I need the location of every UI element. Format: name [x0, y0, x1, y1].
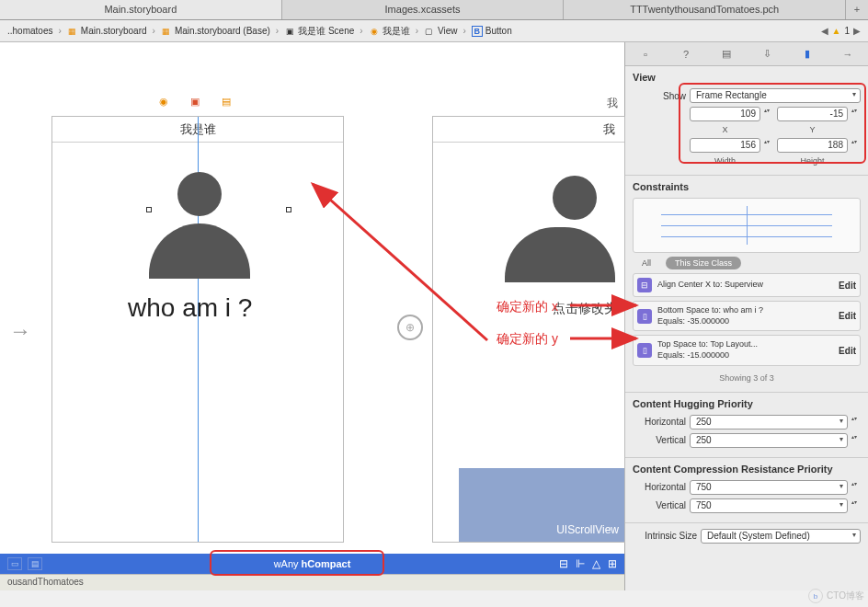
- first-responder-icon[interactable]: ▣: [190, 96, 205, 110]
- tab-xcassets[interactable]: Images.xcassets: [282, 0, 565, 19]
- outline-toggle-icon[interactable]: ▭: [7, 557, 22, 570]
- scene2-title: 我: [433, 117, 624, 143]
- height-field[interactable]: 188: [777, 138, 848, 153]
- watermark: b CTO博客: [808, 589, 864, 603]
- controller-icon[interactable]: ◉: [159, 96, 174, 110]
- inspector-tabs: ▫ ? ▤ ⇩ ▮ →: [625, 42, 868, 66]
- constraint-top-space[interactable]: ▯ Top Space to: Top Layout...Equals: -15…: [633, 335, 861, 365]
- annotation-y: 确定新的 y: [497, 331, 558, 348]
- intrinsic-label: Intrinsic Size: [633, 531, 697, 541]
- layout-toggle-icon[interactable]: ▤: [28, 557, 42, 570]
- edit-button[interactable]: Edit: [839, 311, 856, 321]
- height-stepper[interactable]: ▴▾: [851, 138, 861, 153]
- show-label: Show: [633, 91, 686, 101]
- width-stepper[interactable]: ▴▾: [764, 138, 773, 153]
- canvas: ◉ ▣ ▤ 我是谁 who am i ? 我 我 点击修改头: [0, 42, 625, 590]
- hug-h-stepper[interactable]: ▴▾: [851, 415, 861, 429]
- controller-icon: ◉: [369, 26, 380, 37]
- scene-icon: ▣: [284, 26, 295, 37]
- comp-v-stepper[interactable]: ▴▾: [851, 498, 861, 513]
- comp-horizontal[interactable]: 750: [690, 480, 848, 495]
- attributes-inspector-icon[interactable]: ⇩: [760, 47, 774, 62]
- segue-icon[interactable]: ⊕: [397, 315, 423, 340]
- avatar-image-2: [486, 176, 615, 282]
- canvas-back-icon[interactable]: →: [9, 318, 31, 344]
- compression-heading: Content Compression Resistance Priority: [633, 464, 861, 475]
- horiz-label: Horizontal: [633, 417, 686, 427]
- pin-icon[interactable]: ⊩: [576, 557, 585, 570]
- constraint-diagram[interactable]: [633, 198, 861, 253]
- size-class-bar: ▭ ▤ wAny hCompact ⊟ ⊩ △ ⊞: [0, 554, 624, 574]
- warning-count: 1: [844, 26, 850, 36]
- status-bar: ousandThomatoes: [0, 574, 624, 590]
- y-stepper[interactable]: ▴▾: [851, 107, 861, 121]
- scene-secondary[interactable]: 我 点击修改头 UIScrollView: [432, 116, 625, 543]
- show-select[interactable]: Frame Rectangle: [690, 88, 861, 103]
- view-icon: ▢: [424, 26, 435, 37]
- constraint-align-center-x[interactable]: ⊟ Align Center X to: Superview Edit: [633, 273, 861, 297]
- vert-label: Vertical: [633, 435, 686, 445]
- storyboard-icon: ▦: [161, 26, 172, 37]
- hug-horizontal[interactable]: 250: [690, 415, 848, 429]
- connections-inspector-icon[interactable]: →: [840, 47, 855, 62]
- scrollview-label: UIScrollView: [459, 468, 624, 542]
- x-stepper[interactable]: ▴▾: [764, 107, 773, 121]
- w-sublabel: Width: [690, 156, 760, 166]
- edit-button[interactable]: Edit: [839, 281, 856, 291]
- intrinsic-select[interactable]: Default (System Defined): [701, 529, 861, 544]
- hug-v-stepper[interactable]: ▴▾: [851, 433, 861, 448]
- tab-storyboard[interactable]: Main.storyboard: [0, 0, 282, 19]
- x-sublabel: X: [690, 125, 760, 134]
- selection-handle[interactable]: [286, 207, 291, 212]
- button-icon: B: [472, 26, 483, 37]
- bc-button[interactable]: BButton: [468, 26, 516, 37]
- pill-this-size-class[interactable]: This Size Class: [666, 257, 741, 269]
- hug-vertical[interactable]: 250: [690, 433, 848, 448]
- align-icon[interactable]: ⊟: [559, 557, 568, 570]
- bc-storyboard[interactable]: ▦Main.storyboard: [63, 26, 151, 37]
- y-sublabel: Y: [777, 125, 848, 134]
- breadcrumb: ..homatoes› ▦Main.storyboard› ▦Main.stor…: [0, 20, 868, 42]
- file-inspector-icon[interactable]: ▫: [638, 47, 653, 62]
- horiz-label: Horizontal: [633, 482, 686, 492]
- identity-inspector-icon[interactable]: ▤: [719, 47, 734, 62]
- constraints-heading: Constraints: [633, 181, 861, 192]
- y-field[interactable]: -15: [777, 107, 848, 121]
- scene-primary[interactable]: 我是谁 who am i ?: [51, 116, 344, 543]
- size-class-control[interactable]: wAny hCompact: [274, 558, 351, 569]
- bc-controller[interactable]: ◉我是谁: [365, 25, 414, 38]
- bc-project[interactable]: ..homatoes: [4, 26, 56, 36]
- inspector-panel: ▫ ? ▤ ⇩ ▮ → View Show Frame Rectangle 10…: [625, 42, 868, 590]
- showing-count: Showing 3 of 3: [633, 370, 861, 386]
- nav-fwd-icon[interactable]: ▶: [853, 26, 861, 36]
- h-sublabel: Height: [777, 156, 848, 166]
- bc-storyboard-base[interactable]: ▦Main.storyboard (Base): [157, 26, 274, 37]
- nav-back-icon[interactable]: ◀: [821, 26, 828, 36]
- scene2-tab: 我: [432, 96, 625, 111]
- edit-button[interactable]: Edit: [839, 346, 856, 356]
- bc-scene[interactable]: ▣我是谁 Scene: [280, 25, 358, 38]
- x-field[interactable]: 109: [690, 107, 760, 121]
- comp-vertical[interactable]: 750: [690, 498, 848, 513]
- annotation-x: 确定新的 x: [497, 299, 558, 315]
- who-label[interactable]: who am i ?: [128, 293, 252, 323]
- resolve-icon[interactable]: △: [592, 557, 600, 570]
- avatar-image[interactable]: [144, 172, 255, 282]
- tab-add[interactable]: +: [846, 0, 868, 19]
- size-inspector-icon[interactable]: ▮: [800, 47, 815, 62]
- warning-icon[interactable]: ▲: [832, 26, 841, 36]
- help-inspector-icon[interactable]: ?: [679, 47, 693, 62]
- align-icon: ⊟: [637, 278, 652, 292]
- width-field[interactable]: 156: [690, 138, 760, 153]
- tab-pch[interactable]: TTTwentythousandTomatoes.pch: [564, 0, 846, 19]
- hugging-heading: Content Hugging Priority: [633, 398, 861, 409]
- view-heading: View: [633, 72, 861, 83]
- pill-all[interactable]: All: [633, 257, 660, 269]
- comp-h-stepper[interactable]: ▴▾: [851, 480, 861, 495]
- resize-icon[interactable]: ⊞: [608, 557, 617, 570]
- spacing-icon: ▯: [637, 309, 652, 324]
- constraint-bottom-space[interactable]: ▯ Bottom Space to: who am i ?Equals: -35…: [633, 301, 861, 331]
- bc-view[interactable]: ▢View: [420, 26, 462, 37]
- exit-icon[interactable]: ▤: [222, 96, 236, 110]
- selection-handle[interactable]: [146, 207, 152, 212]
